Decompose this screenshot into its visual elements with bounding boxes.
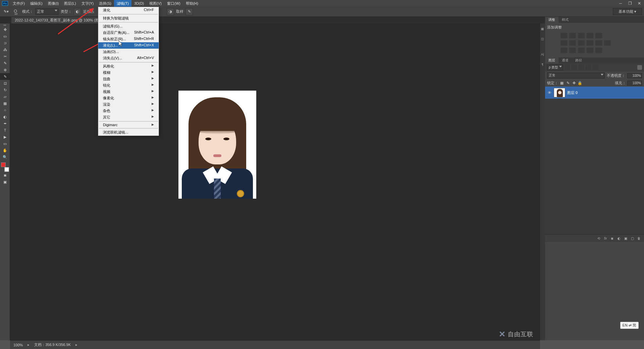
docinfo-flyout-icon[interactable]: ▸	[75, 343, 77, 347]
dd-vanishing-point[interactable]: 消失点(V)...Alt+Ctrl+V	[98, 55, 159, 61]
hue-icon[interactable]	[560, 40, 567, 46]
bw-icon[interactable]	[578, 40, 585, 46]
dd-liquify[interactable]: 液化(L)...Shift+Ctrl+X	[98, 42, 159, 49]
menu-filter[interactable]: 滤镜(T)	[114, 0, 131, 7]
path-select-tool[interactable]: ▶	[0, 134, 10, 140]
filter-type-icon[interactable]	[578, 65, 584, 70]
eyedropper-tool[interactable]: ✎	[0, 60, 10, 66]
pen-tool[interactable]: ✒	[0, 120, 10, 127]
tool-preset-icon[interactable]: ✎▾	[2, 8, 10, 16]
dd-noise[interactable]: 杂色▶	[98, 108, 159, 114]
para-panel-icon[interactable]: ¶	[540, 60, 545, 68]
filter-shape-icon[interactable]	[585, 65, 591, 70]
fg-color[interactable]	[1, 162, 6, 167]
layer-filter-type[interactable]: ρ 类型	[547, 64, 563, 70]
menu-layer[interactable]: 图层(L)	[61, 0, 78, 7]
canvas-area[interactable]	[10, 23, 540, 340]
menu-window[interactable]: 窗口(W)	[164, 0, 183, 7]
brush-picker-icon[interactable]: 10	[12, 8, 20, 16]
dd-sharpen[interactable]: 锐化▶	[98, 82, 159, 89]
document-canvas[interactable]	[178, 91, 256, 199]
menu-view[interactable]: 视图(V)	[147, 0, 164, 7]
close-button[interactable]: ✕	[635, 0, 644, 6]
filter-pixel-icon[interactable]	[564, 65, 570, 70]
link-layers-icon[interactable]: ⟲	[596, 236, 602, 241]
dd-digimarc[interactable]: Digimarc▶	[98, 122, 159, 128]
filter-switch[interactable]	[637, 65, 642, 70]
filter-adjust-icon[interactable]	[571, 65, 577, 70]
filter-smart-icon[interactable]	[592, 65, 598, 70]
dd-lens-correction[interactable]: 镜头校正(R)...Shift+Ctrl+R	[98, 36, 159, 42]
hand-tool[interactable]: ✋	[0, 147, 10, 154]
layer-row[interactable]: 👁 图层 0	[545, 87, 644, 99]
char-panel-icon[interactable]: A|	[540, 50, 545, 58]
invert-icon[interactable]	[560, 48, 567, 53]
brightness-icon[interactable]	[560, 33, 567, 38]
lock-trans-icon[interactable]: ▦	[559, 81, 564, 86]
heal-tool[interactable]: ⊕	[0, 66, 10, 73]
dd-convert-smart[interactable]: 转换为智能滤镜	[98, 15, 159, 21]
curves-icon[interactable]	[578, 33, 585, 38]
dd-adaptive-wide[interactable]: 自适应广角(A)...Shift+Ctrl+A	[98, 30, 159, 36]
screenmode-toggle[interactable]: ▣	[0, 179, 10, 185]
menu-select[interactable]: 选择(S)	[96, 0, 114, 7]
menu-help[interactable]: 帮助(H)	[183, 0, 201, 7]
minimize-button[interactable]: ─	[616, 0, 625, 6]
eraser-tool[interactable]: ▱	[0, 93, 10, 100]
adjustments-tab[interactable]: 调整	[545, 17, 558, 23]
layer-name[interactable]: 图层 0	[567, 90, 578, 95]
quickmask-toggle[interactable]: ◙	[0, 172, 10, 179]
dodge-tool[interactable]: ◐	[0, 113, 10, 120]
zoom-flyout-icon[interactable]: ▸	[28, 343, 30, 347]
dd-last-filter[interactable]: 液化Ctrl+F	[98, 7, 159, 13]
type-btn-1[interactable]: ◐	[74, 8, 81, 15]
doc-info[interactable]: 文档：356.9 K/356.9K	[34, 342, 71, 347]
gradmap-icon[interactable]	[587, 48, 593, 53]
new-layer-icon[interactable]: ▢	[629, 236, 635, 241]
fill-value[interactable]: 100%	[627, 81, 642, 86]
vibrance-icon[interactable]	[595, 33, 602, 38]
levels-icon[interactable]	[569, 33, 576, 38]
dd-video[interactable]: 视频▶	[98, 89, 159, 95]
dd-oil-paint[interactable]: 油画(O)...	[98, 49, 159, 55]
menu-type[interactable]: 文字(Y)	[79, 0, 97, 7]
history-icon[interactable]: ▦	[540, 25, 545, 33]
type-btn-2[interactable]: ◑	[167, 8, 174, 15]
channels-tab[interactable]: 通道	[558, 57, 572, 63]
delete-layer-icon[interactable]: 🗑	[636, 236, 642, 241]
mixer-icon[interactable]	[595, 40, 602, 46]
marquee-tool[interactable]: ▭	[0, 33, 10, 40]
fx-icon[interactable]: fx	[602, 236, 608, 241]
shape-tool[interactable]: ▭	[0, 140, 10, 147]
thresh-icon[interactable]	[578, 48, 585, 53]
poster-icon[interactable]	[569, 48, 576, 53]
dd-blur[interactable]: 模糊▶	[98, 69, 159, 76]
menu-3d[interactable]: 3D(D)	[131, 0, 147, 6]
dd-stylize[interactable]: 风格化▶	[98, 63, 159, 69]
layers-tab[interactable]: 图层	[545, 57, 558, 63]
brush-tool[interactable]: ✎	[0, 73, 10, 80]
bg-color[interactable]	[4, 167, 9, 172]
layer-visibility-icon[interactable]: 👁	[547, 90, 552, 95]
color-swatches[interactable]	[0, 162, 10, 172]
menu-edit[interactable]: 编辑(E)	[28, 0, 45, 7]
pressure-btn[interactable]: ✎	[185, 8, 193, 15]
ime-indicator[interactable]: EN ⇌ 简	[620, 322, 639, 329]
dd-browse-online[interactable]: 浏览联机滤镜...	[98, 129, 159, 136]
zoom-level[interactable]: 100%	[13, 343, 23, 347]
panel-handle[interactable]: ▸▸	[0, 23, 10, 26]
lock-pixels-icon[interactable]: ✎	[566, 81, 570, 86]
dd-other[interactable]: 其它▶	[98, 114, 159, 120]
selcolor-icon[interactable]	[595, 48, 602, 53]
maximize-button[interactable]: ❐	[625, 0, 635, 6]
dd-pixelate[interactable]: 像素化▶	[98, 95, 159, 101]
blur-tool[interactable]: ○	[0, 107, 10, 113]
dd-filter-gallery[interactable]: 滤镜库(G)...	[98, 23, 159, 30]
photo-filter-icon[interactable]	[587, 40, 593, 46]
lasso-tool[interactable]: ⊃	[0, 40, 10, 46]
paths-tab[interactable]: 路径	[572, 57, 585, 63]
workspace-picker[interactable]: 基本功能 ▾	[613, 8, 642, 15]
gradient-tool[interactable]: ▦	[0, 100, 10, 107]
zoom-tool[interactable]: 🔍	[0, 154, 10, 160]
mode-select[interactable]: 正常	[35, 8, 59, 15]
